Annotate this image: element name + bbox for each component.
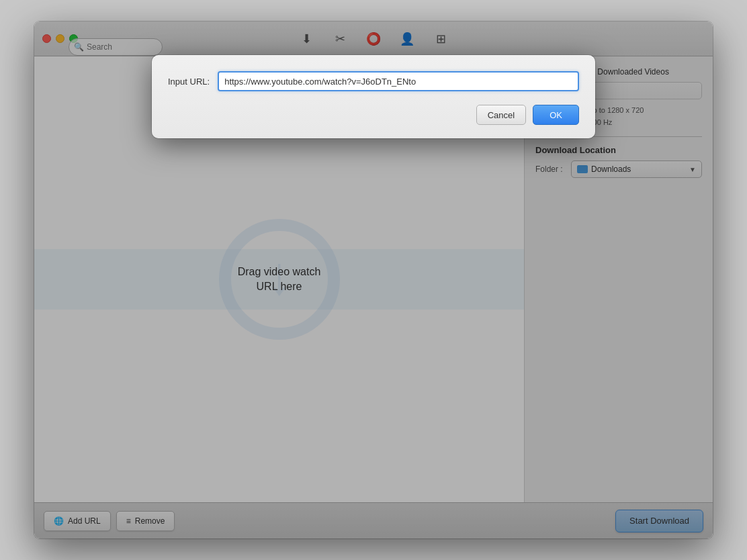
input-url-label: Input URL: (168, 77, 210, 87)
input-url-dialog: Input URL: Cancel OK (152, 55, 595, 138)
dialog-buttons: Cancel OK (168, 105, 579, 125)
dialog-input-row: Input URL: (168, 71, 579, 91)
dialog-overlay: Input URL: Cancel OK (34, 21, 713, 539)
cancel-button[interactable]: Cancel (476, 105, 526, 125)
ok-button[interactable]: OK (533, 105, 579, 125)
main-window: ⬇ ✂ ⭕ 👤 ⊞ 🔍 ↓ Drag video watch (34, 21, 713, 539)
url-input[interactable] (218, 71, 579, 91)
